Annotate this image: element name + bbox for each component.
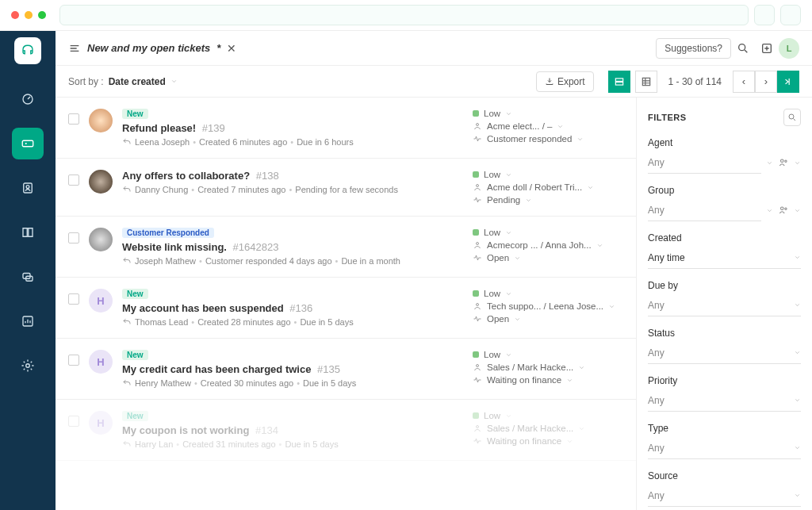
page-prev[interactable]: ‹ — [733, 71, 755, 93]
ticket-row[interactable]: Customer Responded Website link missing.… — [56, 217, 636, 278]
ticket-assignee[interactable]: Tech suppo... / Leena Jose... — [473, 301, 623, 311]
chevron-down-icon — [576, 136, 584, 143]
chevron-down-icon — [505, 110, 512, 117]
chevron-down-icon — [170, 78, 178, 85]
ticket-priority[interactable]: Low — [473, 228, 623, 237]
ticket-subject[interactable]: My coupon is not working #134 — [122, 424, 463, 436]
nav-contacts[interactable] — [12, 172, 44, 204]
filter-value[interactable]: Any — [648, 151, 761, 174]
ticket-row[interactable]: H New My account has been suspended #136… — [56, 278, 636, 339]
ticket-assignee[interactable]: Sales / Mark Hacke... — [473, 362, 623, 372]
window-close-dot[interactable] — [11, 11, 19, 19]
url-action-1[interactable] — [754, 5, 775, 25]
svg-point-4 — [26, 186, 29, 189]
sort-value[interactable]: Date created — [109, 76, 166, 87]
svg-point-2 — [25, 143, 27, 144]
filter-value[interactable]: Any time — [648, 247, 801, 269]
ticket-submitter: Harry Lan — [135, 439, 173, 449]
ticket-subject[interactable]: My account has been suspended #136 — [122, 302, 463, 314]
export-button[interactable]: Export — [536, 71, 594, 92]
filter-label: Source — [648, 470, 801, 481]
ticket-row[interactable]: New Refund please! #139 Leena Joseph • C… — [56, 98, 636, 159]
ticket-row[interactable]: Any offers to collaborate? #138 Danny Ch… — [56, 159, 636, 217]
state-label: Waiting on finance — [487, 436, 561, 446]
ticket-state[interactable]: Open — [473, 253, 623, 263]
nav-forums[interactable] — [12, 261, 44, 293]
ticket-row[interactable]: H New My credit card has been charged tw… — [56, 339, 636, 400]
ticket-priority[interactable]: Low — [473, 411, 623, 420]
page-next[interactable]: › — [755, 71, 777, 93]
filter-value[interactable]: Any — [648, 437, 801, 459]
nav-solutions[interactable] — [12, 217, 44, 248]
ticket-state[interactable]: Open — [473, 314, 623, 324]
reply-icon — [122, 317, 132, 327]
ticket-subject[interactable]: Any offers to collaborate? #138 — [122, 170, 463, 182]
close-tab[interactable]: ✕ — [227, 42, 236, 55]
filter-value[interactable]: Any — [648, 199, 761, 221]
ticket-checkbox[interactable] — [68, 174, 79, 186]
nav-dashboard[interactable] — [12, 83, 44, 115]
ticket-priority[interactable]: Low — [473, 170, 623, 179]
filter-value[interactable]: Any — [648, 294, 801, 316]
url-bar[interactable] — [59, 5, 749, 25]
filter-value[interactable]: Any — [648, 342, 801, 364]
url-action-2[interactable] — [780, 5, 801, 25]
activity-icon — [473, 253, 482, 263]
ticket-checkbox[interactable] — [68, 355, 79, 366]
page-jump[interactable] — [777, 71, 799, 93]
filter-search[interactable] — [783, 109, 801, 126]
nav-analytics[interactable] — [12, 305, 44, 337]
chevron-down-icon — [596, 242, 603, 249]
ticket-state[interactable]: Waiting on finance — [473, 436, 623, 446]
ticket-priority[interactable]: Low — [473, 289, 623, 298]
app-logo[interactable] — [14, 37, 41, 64]
reply-icon — [122, 439, 132, 449]
chevron-down-icon — [794, 301, 801, 309]
ticket-tag: New — [122, 411, 148, 421]
ticket-row[interactable]: H New My coupon is not working #134 Harr… — [56, 400, 636, 461]
ticket-subject[interactable]: Website link missing. #1642823 — [122, 241, 463, 253]
priority-label: Low — [484, 411, 500, 420]
nav-tickets[interactable] — [12, 128, 44, 159]
filter-extra-icon[interactable] — [778, 157, 789, 168]
window-max-dot[interactable] — [38, 11, 46, 19]
new-button[interactable] — [755, 36, 779, 60]
priority-label: Low — [484, 228, 500, 237]
chevron-down-icon — [505, 229, 512, 236]
ticket-priority[interactable]: Low — [473, 109, 623, 118]
filter-value-text: Any — [648, 300, 665, 311]
ticket-meta-b: Due in a month — [341, 256, 400, 266]
ticket-state[interactable]: Pending — [473, 195, 623, 205]
ticket-checkbox[interactable] — [68, 293, 79, 305]
filter-extra-icon[interactable] — [778, 205, 789, 216]
ticket-checkbox[interactable] — [68, 232, 79, 243]
svg-point-16 — [477, 243, 479, 245]
ticket-subject[interactable]: Refund please! #139 — [122, 122, 463, 134]
hamburger-icon[interactable] — [68, 42, 81, 55]
ticket-assignee[interactable]: Sales / Mark Hacke... — [473, 424, 623, 433]
nav-settings[interactable] — [12, 350, 44, 382]
view-card-button[interactable] — [608, 71, 630, 93]
ticket-avatar — [89, 228, 113, 251]
ticket-state[interactable]: Waiting on finance — [473, 375, 623, 385]
window-min-dot[interactable] — [25, 11, 33, 19]
ticket-id: #134 — [252, 424, 278, 436]
filter-value[interactable]: Any — [648, 485, 801, 507]
ticket-state[interactable]: Customer responded — [473, 134, 623, 144]
view-table-button[interactable] — [635, 71, 657, 93]
ticket-priority[interactable]: Low — [473, 350, 623, 359]
filter-label: Status — [648, 328, 801, 339]
ticket-checkbox[interactable] — [68, 416, 79, 427]
ticket-assignee[interactable]: Acme doll / Robert Tri... — [473, 182, 623, 192]
me-avatar[interactable]: L — [779, 38, 799, 59]
search-button[interactable] — [731, 36, 755, 60]
ticket-meta: Danny Chung • Created 7 minutes ago • Pe… — [122, 185, 463, 194]
ticket-checkbox[interactable] — [68, 113, 79, 125]
ticket-assignee[interactable]: Acme elect... / – — [473, 121, 623, 131]
priority-dot-icon — [473, 171, 479, 178]
priority-label: Low — [484, 170, 500, 179]
ticket-assignee[interactable]: Acmecorp ... / Anna Joh... — [473, 240, 623, 250]
ticket-subject[interactable]: My credit card has been charged twice #1… — [122, 363, 463, 375]
suggestions-button[interactable]: Suggestions? — [656, 38, 731, 59]
filter-value[interactable]: Any — [648, 389, 801, 412]
